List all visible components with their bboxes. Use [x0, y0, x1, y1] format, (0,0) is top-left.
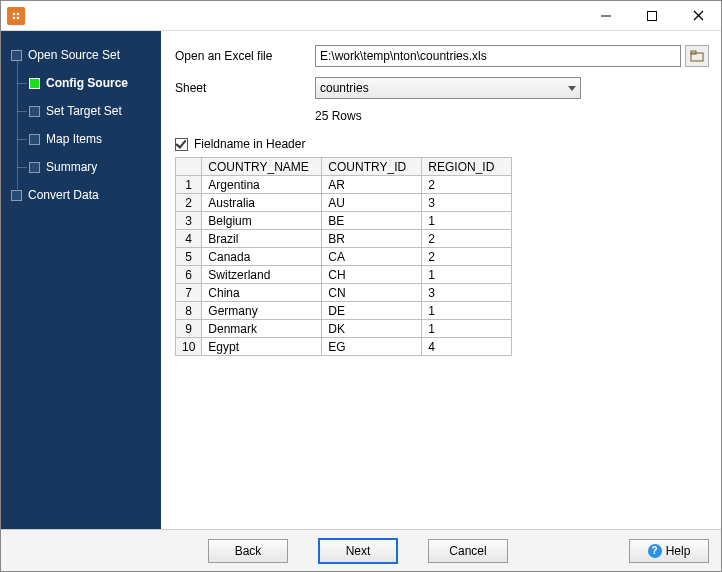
cell[interactable]: 3: [422, 284, 512, 302]
fieldname-label: Fieldname in Header: [194, 137, 305, 151]
cancel-button[interactable]: Cancel: [428, 539, 508, 563]
row-number: 9: [176, 320, 202, 338]
cell[interactable]: BE: [322, 212, 422, 230]
fieldname-checkbox[interactable]: [175, 138, 188, 151]
column-header[interactable]: COUNTRY_ID: [322, 158, 422, 176]
table-row[interactable]: 10EgyptEG4: [176, 338, 512, 356]
chevron-down-icon: [568, 86, 576, 91]
cell[interactable]: 4: [422, 338, 512, 356]
cell[interactable]: CN: [322, 284, 422, 302]
cell[interactable]: 2: [422, 176, 512, 194]
button-bar: Back Next Cancel ? Help: [1, 529, 721, 571]
row-number: 2: [176, 194, 202, 212]
row-number: 6: [176, 266, 202, 284]
cell[interactable]: 1: [422, 302, 512, 320]
sidebar-item-label: Convert Data: [28, 188, 99, 202]
minimize-button[interactable]: [583, 1, 629, 31]
sidebar-item-label: Summary: [46, 160, 97, 174]
cell[interactable]: 1: [422, 266, 512, 284]
table-row[interactable]: 2AustraliaAU3: [176, 194, 512, 212]
cell[interactable]: 2: [422, 230, 512, 248]
table-row[interactable]: 8GermanyDE1: [176, 302, 512, 320]
cell[interactable]: BR: [322, 230, 422, 248]
row-number: 10: [176, 338, 202, 356]
table-corner: [176, 158, 202, 176]
sidebar-item-label: Map Items: [46, 132, 102, 146]
sidebar-item-label: Set Target Set: [46, 104, 122, 118]
row-number: 8: [176, 302, 202, 320]
cell[interactable]: DK: [322, 320, 422, 338]
cell[interactable]: DE: [322, 302, 422, 320]
sidebar-item-config-source[interactable]: Config Source: [29, 69, 161, 97]
file-path-input[interactable]: [315, 45, 681, 67]
table-row[interactable]: 7ChinaCN3: [176, 284, 512, 302]
table-row[interactable]: 4BrazilBR2: [176, 230, 512, 248]
column-header[interactable]: REGION_ID: [422, 158, 512, 176]
cell[interactable]: AU: [322, 194, 422, 212]
cell[interactable]: EG: [322, 338, 422, 356]
next-button[interactable]: Next: [318, 538, 398, 564]
step-indicator-icon: [29, 162, 40, 173]
table-row[interactable]: 3BelgiumBE1: [176, 212, 512, 230]
cell[interactable]: 2: [422, 248, 512, 266]
cell[interactable]: Brazil: [202, 230, 322, 248]
close-button[interactable]: [675, 1, 721, 31]
cell[interactable]: 1: [422, 320, 512, 338]
browse-button[interactable]: [685, 45, 709, 67]
folder-open-icon: [690, 50, 704, 62]
open-file-label: Open an Excel file: [175, 49, 315, 63]
sheet-label: Sheet: [175, 81, 315, 95]
cell[interactable]: AR: [322, 176, 422, 194]
sheet-select[interactable]: countries: [315, 77, 581, 99]
preview-table: COUNTRY_NAME COUNTRY_ID REGION_ID 1Argen…: [175, 157, 512, 356]
step-indicator-icon: [29, 134, 40, 145]
cell[interactable]: Denmark: [202, 320, 322, 338]
help-label: Help: [666, 544, 691, 558]
cell[interactable]: Belgium: [202, 212, 322, 230]
cell[interactable]: China: [202, 284, 322, 302]
cell[interactable]: Australia: [202, 194, 322, 212]
sidebar-item-open-source-set[interactable]: Open Source Set: [11, 41, 161, 69]
rows-count-label: 25 Rows: [315, 109, 709, 123]
cell[interactable]: Egypt: [202, 338, 322, 356]
column-header[interactable]: COUNTRY_NAME: [202, 158, 322, 176]
row-number: 5: [176, 248, 202, 266]
step-indicator-icon: [11, 190, 22, 201]
sidebar-item-summary[interactable]: Summary: [29, 153, 161, 181]
app-icon: [7, 7, 25, 25]
cell[interactable]: CA: [322, 248, 422, 266]
table-row[interactable]: 6SwitzerlandCH1: [176, 266, 512, 284]
content-pane: Open an Excel file Sheet countries 25 Ro…: [161, 31, 721, 529]
sidebar-item-label: Open Source Set: [28, 48, 120, 62]
back-button[interactable]: Back: [208, 539, 288, 563]
table-row[interactable]: 5CanadaCA2: [176, 248, 512, 266]
sidebar-item-map-items[interactable]: Map Items: [29, 125, 161, 153]
step-indicator-icon: [29, 78, 40, 89]
titlebar: [1, 1, 721, 31]
help-icon: ?: [648, 544, 662, 558]
row-number: 3: [176, 212, 202, 230]
sheet-select-value: countries: [320, 81, 369, 95]
wizard-sidebar: Open Source SetConfig SourceSet Target S…: [1, 31, 161, 529]
step-indicator-icon: [11, 50, 22, 61]
maximize-button[interactable]: [629, 1, 675, 31]
row-number: 1: [176, 176, 202, 194]
cell[interactable]: CH: [322, 266, 422, 284]
cell[interactable]: Canada: [202, 248, 322, 266]
table-row[interactable]: 9DenmarkDK1: [176, 320, 512, 338]
row-number: 4: [176, 230, 202, 248]
sidebar-item-label: Config Source: [46, 76, 128, 90]
sidebar-item-convert-data[interactable]: Convert Data: [11, 181, 161, 209]
row-number: 7: [176, 284, 202, 302]
cell[interactable]: Germany: [202, 302, 322, 320]
cell[interactable]: 3: [422, 194, 512, 212]
svg-rect-1: [648, 11, 657, 20]
cell[interactable]: 1: [422, 212, 512, 230]
sidebar-item-set-target-set[interactable]: Set Target Set: [29, 97, 161, 125]
step-indicator-icon: [29, 106, 40, 117]
help-button[interactable]: ? Help: [629, 539, 709, 563]
table-row[interactable]: 1ArgentinaAR2: [176, 176, 512, 194]
cell[interactable]: Switzerland: [202, 266, 322, 284]
cell[interactable]: Argentina: [202, 176, 322, 194]
